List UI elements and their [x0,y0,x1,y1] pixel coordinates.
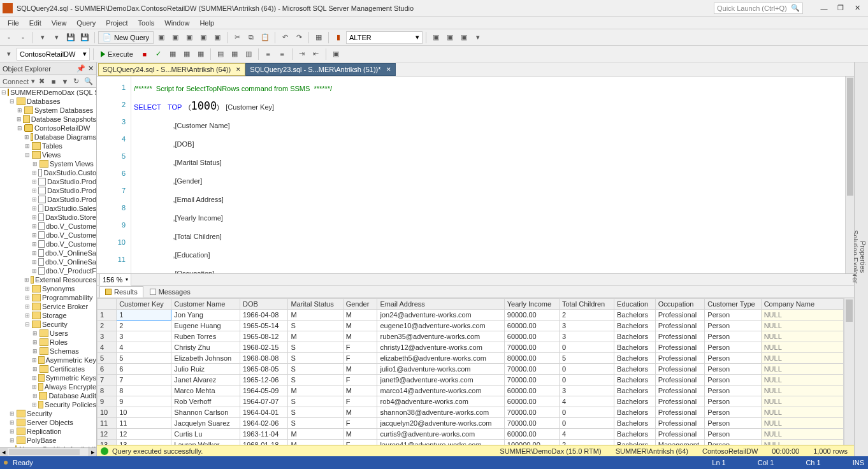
tree-node[interactable]: ⊞Tables [0,141,96,150]
db-engine-query-button[interactable]: ▣ [155,31,168,44]
as-query-button[interactable]: ▣ [169,31,182,44]
table-row[interactable]: 77Janet Alvarez1965-12-06SFjanet9@advent… [98,375,844,386]
tool-button-2[interactable]: ▣ [444,31,456,44]
tree-node[interactable]: ⊞DaxStudio.Prod [0,195,96,204]
tree-node[interactable]: ⊞DaxStudio.Prod [0,186,96,195]
results-grid[interactable]: Customer KeyCustomer NameDOBMarital Stat… [97,298,844,445]
table-row[interactable]: 11Jon Yang1966-04-08MMjon24@adventure-wo… [98,310,844,321]
menu-file[interactable]: File [3,18,24,28]
column-header[interactable]: Occupation [655,299,705,310]
column-header[interactable]: DOB [240,299,288,310]
tree-node[interactable]: ⊞dbo.V_Custome [0,240,96,249]
table-row[interactable]: 1212Curtis Lu1963-11-04MMcurtis9@adventu… [98,429,844,440]
tree-node[interactable]: ⊞Symmetric Keys [0,373,96,382]
tree-node[interactable]: ⊟Security [0,320,96,329]
column-header[interactable]: Email Address [377,299,504,310]
tool-button-4[interactable]: ▾ [472,31,484,44]
copy-button[interactable]: ⧉ [245,31,257,44]
tree-node[interactable]: ⊞Schemas [0,347,96,356]
restore-button[interactable]: ❐ [832,2,849,15]
stop-button[interactable]: ■ [138,48,151,61]
menu-edit[interactable]: Edit [24,18,47,28]
tree-node[interactable]: ⊞dbo.V_Custome [0,222,96,231]
column-header[interactable]: Company Name [761,299,843,310]
document-tab[interactable]: SQLQuery24.sql - S...MER\Antriksh (64))✕ [98,63,245,76]
uncomment-button[interactable]: ≡ [276,48,289,61]
server-node[interactable]: SUMMER\DemoDax (SQL Serv [10,89,96,96]
tree-node[interactable]: ⊞External Resources [0,275,96,284]
tree-node[interactable]: ⊞DaxStudio.Sales [0,204,96,213]
close-tab-icon[interactable]: ✕ [386,66,391,73]
zoom-dropdown[interactable]: 156 % ▾ [99,273,131,286]
tree-node[interactable]: ⊞Always Encrypte [0,382,96,391]
column-header[interactable]: Education [614,299,656,310]
plan-button-1[interactable]: ▦ [166,48,179,61]
open-button[interactable]: ▾ [50,31,63,44]
indent-button[interactable]: ⇥ [296,48,308,61]
forward-button[interactable]: ◦ [17,31,29,44]
oe-refresh-button[interactable]: ↻ [72,75,81,88]
database-dropdown[interactable]: ContosoRetailDW ▾ [17,48,90,61]
properties-button[interactable]: ▦ [312,31,325,44]
table-row[interactable]: 1313Lauren Walker1968-01-18MFlauren41@ad… [98,440,844,445]
table-row[interactable]: 44Christy Zhu1968-02-15SFchristy12@adven… [98,342,844,353]
tree-node[interactable]: ⊞Programmability [0,293,96,302]
oe-disconnect-button[interactable]: ✖ [38,75,47,88]
results-text-button[interactable]: ▤ [214,48,227,61]
tree-node[interactable]: ⊞DaxStudio.Custo [0,168,96,177]
collapsed-panel-properties[interactable]: Properties [859,65,867,449]
quick-launch-input[interactable]: Quick Launch (Ctrl+Q) 🔍 [714,3,803,14]
table-row[interactable]: 1111Jacquelyn Suarez1964-02-06SFjacquely… [98,418,844,429]
tool-button-1[interactable]: ▣ [430,31,442,44]
connect-button[interactable]: Connect [3,78,29,85]
results-file-button[interactable]: ▥ [242,48,255,61]
column-header[interactable]: Customer Key [117,299,171,310]
tree-node[interactable]: ⊞dbo.V_OnlineSa [0,257,96,266]
tree-node[interactable]: ⊞DaxStudio.Store [0,213,96,222]
tree-node[interactable]: ⊞Users [0,329,96,338]
tree-node[interactable]: ⊞Synonyms [0,284,96,293]
plan-button-3[interactable]: ▦ [194,48,207,61]
object-explorer-pin-icon[interactable]: 📌 [76,64,85,73]
column-header[interactable]: Customer Type [705,299,761,310]
object-explorer-close-icon[interactable]: ✕ [88,64,94,73]
tree-node[interactable]: ⊞dbo.V_OnlineSa [0,249,96,257]
tree-node[interactable]: ⊞DaxStudio.Prod [0,177,96,186]
table-row[interactable]: 99Rob Verhoff1964-07-07SFrob4@adventure-… [98,396,844,407]
table-row[interactable]: 55Elizabeth Johnson1968-08-08SFelizabeth… [98,353,844,364]
save-button[interactable]: 💾 [64,31,77,44]
comment-button[interactable]: ≡ [262,48,275,61]
table-row[interactable]: 1010Shannon Carlson1964-04-01SMshannon38… [98,407,844,418]
mdx-query-button[interactable]: ▣ [183,31,196,44]
results-grid-button[interactable]: ▦ [228,48,241,61]
column-header[interactable]: Total Children [559,299,614,310]
tree-node[interactable]: ⊞PolyBase [0,436,96,445]
code-editor[interactable]: 1234567891011 /****** Script for SelectT… [97,76,854,274]
cut-button[interactable]: ✂ [231,31,243,44]
undo-button[interactable]: ↶ [278,31,291,44]
menu-tools[interactable]: Tools [133,18,160,28]
tree-node[interactable]: ⊞Replication [0,427,96,436]
xmla-query-button[interactable]: ▣ [211,31,224,44]
column-header[interactable] [98,299,117,310]
column-header[interactable]: Marital Status [288,299,343,310]
menu-window[interactable]: Window [159,18,194,28]
tree-node[interactable]: ⊞Database Audit [0,391,96,400]
save-all-button[interactable]: 💾 [78,31,91,44]
results-tab[interactable]: Results [99,286,143,298]
object-explorer-hscroll[interactable]: ◂ ▸ [0,447,96,456]
execute-button[interactable]: Execute [97,48,137,61]
oe-filter-button[interactable]: ▼ [61,75,69,88]
tree-node[interactable]: ⊞System Databases [0,106,96,115]
outdent-button[interactable]: ⇤ [310,48,322,61]
code-text[interactable]: /****** Script for SelectTopNRows comman… [131,76,854,273]
tree-node[interactable]: ⊞Service Broker [0,302,96,311]
tree-node[interactable]: ⊞Security [0,409,96,418]
tree-node[interactable]: ⊟ContosoRetailDW [0,124,96,133]
paste-button[interactable]: 📋 [259,31,271,44]
document-tab[interactable]: SQLQuery23.sql - S...MER\Antriksh (51))*… [245,63,395,76]
solution-button[interactable]: ▮ [332,31,345,44]
tool-button-3[interactable]: ▣ [458,31,470,44]
tree-node[interactable]: ⊞dbo.V_ProductF [0,266,96,275]
column-header[interactable]: Yearly Income [504,299,559,310]
